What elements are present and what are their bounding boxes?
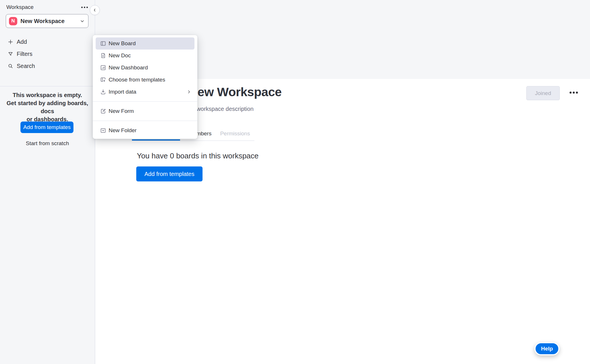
workspace-selector[interactable]: N New Workspace — [6, 14, 88, 28]
folder-icon — [100, 127, 106, 134]
menu-item-new-form[interactable]: New Form — [96, 105, 194, 117]
menu-item-new-board[interactable]: New Board — [96, 37, 194, 50]
board-icon — [100, 40, 106, 47]
workspace-avatar: N — [9, 17, 17, 25]
workspace-selector-name: New Workspace — [20, 18, 80, 24]
dashboard-icon — [100, 65, 106, 71]
menu-item-import-data[interactable]: Import data — [96, 86, 194, 98]
filter-icon — [8, 51, 13, 57]
boards-empty-heading: You have 0 boards in this workspace — [137, 151, 259, 160]
sidebar-item-filters[interactable]: Filters — [0, 48, 95, 60]
chevron-left-icon — [93, 8, 97, 12]
sidebar-title: Workspace — [6, 4, 34, 10]
import-icon — [100, 89, 106, 95]
sidebar-nav: Add Filters Search — [0, 36, 95, 72]
empty-state-line: Get started by adding boards, docs — [0, 99, 95, 115]
collapse-sidebar-button[interactable] — [90, 5, 100, 15]
search-icon — [8, 63, 13, 69]
add-context-menu: New Board New Doc New Dashboard Choose f… — [93, 35, 197, 139]
sidebar-divider — [0, 86, 95, 86]
sidebar-header: Workspace — [6, 4, 88, 10]
menu-item-choose-from-templates[interactable]: Choose from templates — [96, 74, 194, 86]
menu-divider — [93, 121, 197, 121]
doc-icon — [100, 52, 106, 59]
start-from-scratch-link[interactable]: Start from scratch — [0, 140, 95, 147]
menu-item-new-doc[interactable]: New Doc — [96, 50, 194, 62]
menu-divider — [93, 101, 197, 102]
menu-item-new-dashboard[interactable]: New Dashboard — [96, 62, 194, 74]
workspace-options-icon[interactable] — [81, 7, 88, 8]
joined-button[interactable]: Joined — [526, 86, 560, 100]
plus-icon — [8, 39, 13, 45]
add-from-templates-button[interactable]: Add from templates — [136, 166, 203, 181]
sidebar-empty-state: This workspace is empty. Get started by … — [0, 91, 95, 123]
workspace-menu-icon[interactable] — [570, 92, 578, 94]
menu-item-new-folder[interactable]: New Folder — [96, 124, 194, 136]
sidebar-add-from-templates-button[interactable]: Add from templates — [20, 122, 73, 133]
workspace-title: New Workspace — [189, 85, 282, 99]
sidebar-item-add[interactable]: Add — [0, 36, 95, 48]
sidebar: Workspace N New Workspace Add Filters Se… — [0, 0, 95, 364]
sidebar-item-search[interactable]: Search — [0, 60, 95, 72]
help-button[interactable]: Help — [534, 342, 559, 355]
chevron-down-icon — [80, 19, 84, 23]
templates-icon — [100, 77, 106, 83]
form-icon — [100, 108, 106, 114]
chevron-right-icon — [187, 90, 191, 94]
tab-permissions[interactable]: Permissions — [220, 127, 250, 141]
empty-state-line: This workspace is empty. — [0, 91, 95, 99]
